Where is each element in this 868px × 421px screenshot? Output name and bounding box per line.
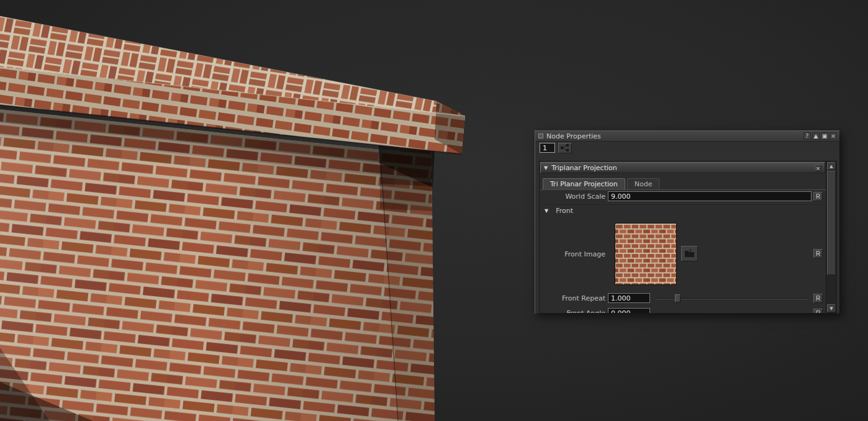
- tab-bar: Tri Planar Projection Node: [543, 178, 659, 190]
- world-scale-input[interactable]: [608, 191, 811, 201]
- properties-area: ▼ Triplanar Projection × Tri Planar Proj…: [539, 161, 837, 314]
- scroll-up-icon[interactable]: ▲: [827, 162, 836, 170]
- front-repeat-reset-button[interactable]: R: [813, 294, 823, 303]
- panel-title: Node Properties: [546, 132, 601, 140]
- screenshot-root: Node Properties ? ▲ ▣ × ▼ Triplanar Proj…: [0, 0, 868, 421]
- tab-tri-planar-projection[interactable]: Tri Planar Projection: [543, 178, 625, 190]
- node-graph-icon: [561, 144, 569, 152]
- section-divider: [541, 204, 825, 205]
- node-edit-button[interactable]: [558, 143, 572, 153]
- world-scale-reset-button[interactable]: R: [813, 192, 823, 201]
- node-close-icon[interactable]: ×: [815, 165, 821, 171]
- front-repeat-slider[interactable]: [656, 294, 808, 302]
- tab-node[interactable]: Node: [627, 178, 660, 190]
- front-repeat-slider-handle[interactable]: [675, 294, 680, 302]
- front-repeat-label: Front Repeat: [562, 294, 605, 302]
- node-index-input[interactable]: [540, 143, 555, 153]
- triangle-down-icon: ▼: [545, 208, 548, 214]
- load-image-button[interactable]: [681, 246, 698, 261]
- panel-titlebar[interactable]: Node Properties ? ▲ ▣ ×: [535, 131, 839, 142]
- front-angle-reset-button[interactable]: R: [813, 309, 823, 314]
- triangle-down-icon[interactable]: ▼: [544, 165, 548, 171]
- vertical-scrollbar[interactable]: ▲ ▼: [826, 161, 836, 313]
- front-angle-label: Front Angle: [566, 309, 605, 314]
- front-image-thumbnail[interactable]: [615, 223, 677, 285]
- front-image-reset-button[interactable]: R: [813, 249, 823, 258]
- world-scale-label: World Scale: [565, 192, 605, 201]
- front-angle-input[interactable]: [608, 308, 650, 314]
- scrollbar-thumb[interactable]: [827, 171, 836, 275]
- panel-grip-icon: [538, 134, 543, 138]
- brick-wall-render: [0, 0, 472, 421]
- front-repeat-input[interactable]: [608, 293, 650, 303]
- front-section-header[interactable]: ▼ Front: [545, 207, 573, 215]
- folder-open-icon: [684, 248, 695, 258]
- front-image-label: Front Image: [564, 250, 605, 258]
- close-icon[interactable]: ×: [830, 132, 837, 140]
- node-header[interactable]: ▼ Triplanar Projection ×: [540, 162, 825, 173]
- collapse-icon[interactable]: ▲: [812, 132, 820, 140]
- node-header-title: Triplanar Projection: [551, 164, 617, 172]
- scroll-down-icon[interactable]: ▼: [827, 304, 836, 312]
- front-section-label: Front: [556, 207, 573, 215]
- dock-icon[interactable]: ▣: [821, 132, 828, 140]
- tab-baseline: [540, 189, 826, 190]
- node-properties-panel: Node Properties ? ▲ ▣ × ▼ Triplanar Proj…: [535, 130, 840, 314]
- help-icon[interactable]: ?: [803, 132, 811, 140]
